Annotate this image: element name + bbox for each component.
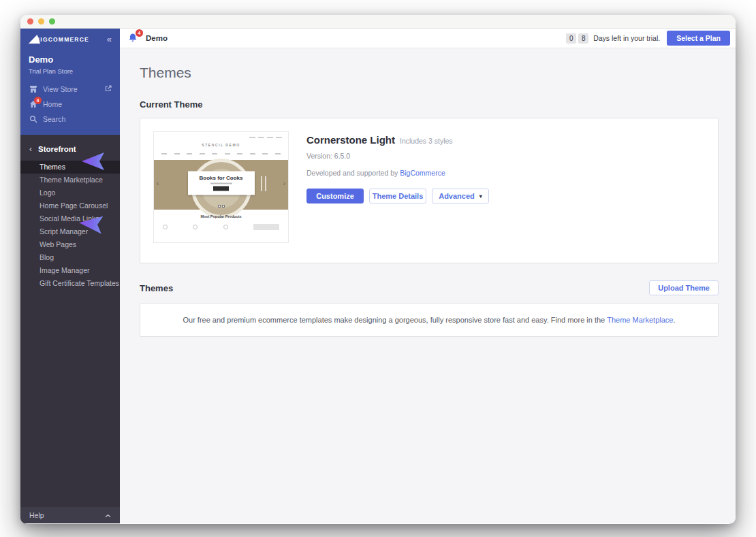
app-window: BIGCOMMERCE « Demo Trial Plan Store View…: [20, 15, 736, 524]
advanced-dropdown-button[interactable]: Advanced ▾: [432, 189, 489, 204]
sidebar-item-theme-marketplace[interactable]: Theme Marketplace: [20, 174, 120, 186]
themes-section-header: Themes Upload Theme: [140, 280, 719, 295]
sidebar-storefront-section: ‹ Storefront Themes Theme Marketplace Lo…: [20, 135, 120, 523]
thumb-hero-subtext-bar: [210, 182, 232, 184]
sidebar-item-script-manager[interactable]: Script Manager: [20, 225, 120, 238]
thumb-products-heading: Most Popular Products: [154, 214, 288, 218]
thumb-cutlery-decor: [261, 176, 262, 191]
bigcommerce-logo-text: BIGCOMMERCE: [35, 36, 89, 43]
macos-titlebar: [20, 15, 736, 29]
bigcommerce-logo: BIGCOMMERCE: [29, 35, 89, 44]
chevron-up-icon: [105, 511, 111, 519]
theme-styles-note: Includes 3 styles: [400, 137, 453, 145]
thumb-hero-overlay: Books for Cooks: [188, 171, 255, 195]
thumb-products-row: [163, 224, 279, 230]
sidebar-item-label: Home: [43, 100, 62, 108]
theme-info: Cornerstone Light Includes 3 styles Vers…: [306, 131, 489, 250]
sidebar-item-blog[interactable]: Blog: [20, 251, 120, 264]
sidebar-item-social-media-links[interactable]: Social Media Links: [20, 212, 120, 225]
carousel-dots: [218, 205, 225, 208]
screenshot-canvas: BIGCOMMERCE « Demo Trial Plan Store View…: [0, 0, 756, 537]
banner-suffix: .: [673, 316, 675, 324]
bigcommerce-link[interactable]: BigCommerce: [400, 169, 445, 177]
main-area: 4 Demo 0 8 Days left in your trial. Sele…: [120, 29, 736, 523]
store-name: Demo: [29, 54, 112, 65]
thumb-hero-title: Books for Cooks: [188, 174, 255, 180]
thumb-cutlery-decor: [265, 176, 266, 191]
help-label: Help: [29, 511, 44, 519]
sidebar-item-label: Search: [43, 115, 65, 123]
developed-prefix: Developed and supported by: [306, 169, 398, 177]
zoom-window-button[interactable]: [49, 18, 55, 25]
sidebar-item-themes[interactable]: Themes: [20, 161, 120, 174]
sidebar-item-home-page-carousel[interactable]: Home Page Carousel: [20, 199, 120, 212]
storefront-icon: [29, 85, 37, 94]
sidebar-item-logo[interactable]: Logo: [20, 186, 120, 199]
banner-text: Our free and premium ecommerce templates…: [183, 316, 605, 324]
sidebar-item-home[interactable]: 4 Home: [20, 97, 120, 112]
theme-name: Cornerstone Light: [306, 134, 395, 146]
content-area: Themes Current Theme STENCIL DEMO: [120, 48, 736, 523]
sidebar-item-web-pages[interactable]: Web Pages: [20, 238, 120, 251]
current-theme-card: STENCIL DEMO Books for Cooks: [140, 118, 719, 263]
close-window-button[interactable]: [27, 18, 33, 25]
app-body: BIGCOMMERCE « Demo Trial Plan Store View…: [20, 29, 736, 523]
notifications-badge: 4: [136, 29, 143, 37]
home-notification-badge: 4: [34, 97, 42, 104]
customize-button[interactable]: Customize: [306, 189, 364, 204]
notifications-bell-icon[interactable]: 4: [128, 33, 139, 44]
storefront-menu: Themes Theme Marketplace Logo Home Page …: [20, 161, 120, 290]
topbar: 4 Demo 0 8 Days left in your trial. Sele…: [120, 29, 736, 48]
theme-marketplace-link[interactable]: Theme Marketplace: [607, 316, 673, 324]
sidebar-item-image-manager[interactable]: Image Manager: [20, 264, 120, 277]
theme-version: Version: 6.5.0: [306, 152, 489, 160]
store-plan: Trial Plan Store: [29, 67, 112, 75]
page-title: Themes: [140, 65, 719, 81]
thumb-hero-carousel: Books for Cooks ‹ ›: [154, 160, 288, 210]
trial-countdown-text: Days left in your trial.: [593, 34, 660, 42]
storefront-back-header[interactable]: ‹ Storefront: [20, 140, 120, 159]
storefront-section-title: Storefront: [38, 145, 76, 153]
themes-banner-card: Our free and premium ecommerce templates…: [140, 303, 719, 337]
thumb-header-links: [249, 137, 282, 138]
upload-theme-button[interactable]: Upload Theme: [649, 280, 719, 295]
carousel-prev-icon: ‹: [157, 179, 159, 186]
sidebar-item-gift-certificate-templates[interactable]: Gift Certificate Templates: [20, 277, 120, 290]
trial-days-digit: 0: [566, 33, 576, 44]
advanced-label: Advanced: [439, 192, 475, 200]
theme-details-button[interactable]: Theme Details: [369, 189, 426, 204]
current-theme-heading: Current Theme: [140, 99, 719, 110]
select-a-plan-button[interactable]: Select a Plan: [667, 31, 730, 46]
collapse-sidebar-icon[interactable]: «: [107, 35, 112, 44]
sidebar-store-section: BIGCOMMERCE « Demo Trial Plan Store View…: [20, 29, 120, 135]
thumb-store-brand: STENCIL DEMO: [154, 143, 288, 147]
sidebar-item-label: View Store: [43, 85, 78, 93]
thumb-shop-button: [213, 186, 229, 191]
thumb-nav-links: [161, 153, 281, 154]
home-icon: 4: [29, 100, 37, 109]
minimize-window-button[interactable]: [38, 18, 44, 25]
store-block: Demo Trial Plan Store: [20, 46, 120, 82]
themes-heading: Themes: [140, 283, 173, 293]
search-icon: [29, 115, 37, 124]
help-bar[interactable]: Help: [20, 507, 120, 523]
theme-preview-thumbnail[interactable]: STENCIL DEMO Books for Cooks: [153, 131, 289, 243]
external-link-icon: [105, 85, 112, 93]
sidebar: BIGCOMMERCE « Demo Trial Plan Store View…: [20, 29, 120, 523]
sidebar-item-view-store[interactable]: View Store: [20, 82, 120, 97]
theme-developer-line: Developed and supported byBigCommerce: [306, 169, 489, 177]
chevron-left-icon: ‹: [29, 144, 32, 154]
chevron-down-icon: ▾: [479, 193, 482, 199]
trial-days-digit: 8: [578, 33, 588, 44]
sidebar-item-search[interactable]: Search: [20, 112, 120, 127]
carousel-next-icon: ›: [283, 179, 285, 186]
topbar-store-name: Demo: [146, 34, 168, 42]
